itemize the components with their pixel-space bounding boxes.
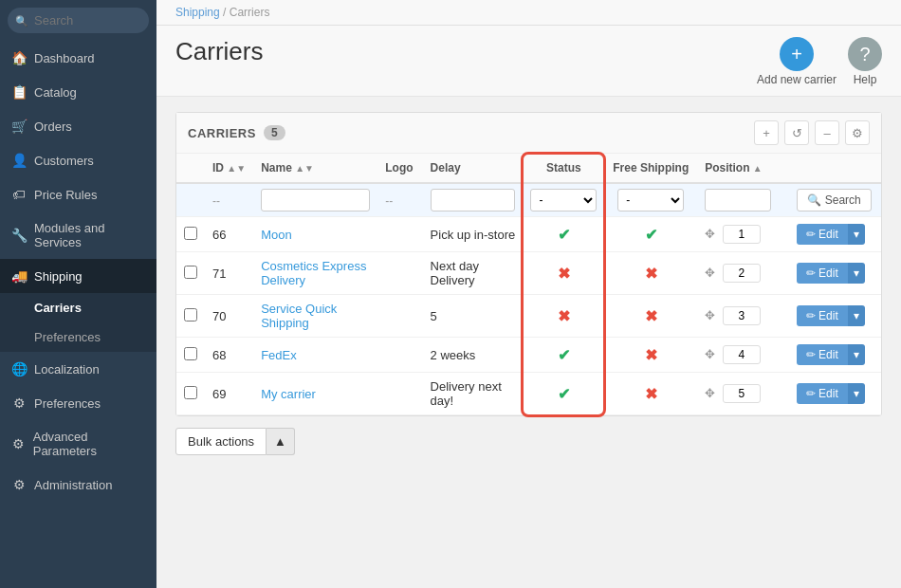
drag-handle-icon[interactable]: ✥	[705, 227, 715, 241]
id-sort-icon[interactable]: ▲▼	[227, 163, 246, 174]
carrier-link[interactable]: FedEx	[261, 348, 297, 362]
position-input[interactable]	[723, 384, 761, 403]
row-free-shipping[interactable]: ✔	[604, 217, 697, 252]
row-free-shipping[interactable]: ✖	[604, 338, 697, 373]
help-icon: ?	[848, 37, 882, 71]
edit-button[interactable]: ✏ Edit	[797, 383, 848, 404]
sidebar-item-label: Localization	[34, 362, 100, 377]
edit-button[interactable]: ✏ Edit	[797, 344, 848, 365]
sidebar-item-orders[interactable]: 🛒 Orders	[0, 109, 156, 143]
search-icon: 🔍	[807, 193, 821, 207]
name-sort-icon[interactable]: ▲▼	[295, 163, 314, 174]
position-input[interactable]	[723, 225, 761, 244]
sidebar-item-price-rules[interactable]: 🏷 Price Rules	[0, 177, 156, 211]
freeship-indicator: ✖	[645, 308, 657, 324]
row-actions: ✏ Edit ▾	[789, 217, 881, 252]
sidebar-item-catalog[interactable]: 📋 Catalog	[0, 75, 156, 109]
sidebar-item-administration[interactable]: ⚙ Administration	[0, 468, 156, 502]
bulk-actions-button[interactable]: Bulk actions	[175, 428, 267, 455]
edit-button[interactable]: ✏ Edit	[797, 224, 848, 245]
row-actions: ✏ Edit ▾	[789, 252, 881, 295]
sidebar-item-preferences[interactable]: ⚙ Preferences	[0, 386, 156, 420]
shipping-icon: 🚚	[11, 268, 27, 284]
status-indicator: ✔	[558, 386, 570, 402]
row-actions: ✏ Edit ▾	[789, 338, 881, 373]
drag-handle-icon[interactable]: ✥	[705, 266, 715, 280]
sidebar-search-input[interactable]	[8, 8, 149, 33]
row-position: ✥	[697, 295, 789, 338]
bulk-actions-dropdown[interactable]: ▲	[267, 428, 295, 455]
row-checkbox[interactable]	[184, 227, 197, 240]
sidebar-item-customers[interactable]: 👤 Customers	[0, 143, 156, 177]
edit-dropdown-button[interactable]: ▾	[848, 344, 865, 365]
breadcrumb-parent[interactable]: Shipping	[175, 6, 220, 19]
drag-handle-icon[interactable]: ✥	[705, 347, 715, 361]
filter-delay-input[interactable]	[431, 189, 516, 211]
status-indicator: ✔	[558, 227, 570, 243]
sidebar-item-modules[interactable]: 🔧 Modules and Services	[0, 211, 156, 259]
dashboard-icon: 🏠	[11, 50, 27, 65]
edit-dropdown-button[interactable]: ▾	[848, 263, 865, 284]
search-icon: 🔍	[15, 14, 28, 27]
freeship-indicator: ✖	[645, 386, 657, 402]
panel-refresh-button[interactable]: ↺	[784, 120, 809, 145]
panel-settings-button[interactable]: ⚙	[845, 120, 870, 145]
row-checkbox[interactable]	[184, 308, 197, 322]
edit-button[interactable]: ✏ Edit	[797, 305, 848, 326]
position-input[interactable]	[723, 264, 761, 283]
row-status[interactable]: ✔	[523, 373, 604, 415]
th-actions	[789, 154, 881, 183]
sidebar: 🔍 🏠 Dashboard 📋 Catalog 🛒 Orders 👤 Custo…	[0, 0, 156, 588]
filter-status-col: - Yes No	[523, 183, 604, 217]
carrier-link[interactable]: Service Quick Shipping	[261, 302, 337, 330]
sidebar-sub-item-preferences[interactable]: Preferences	[0, 322, 156, 352]
carriers-label: CARRIERS	[188, 126, 256, 140]
add-new-carrier-button[interactable]: + Add new carrier	[757, 37, 837, 86]
row-status[interactable]: ✖	[523, 295, 604, 338]
carriers-panel-title: CARRIERS 5	[188, 125, 285, 140]
row-free-shipping[interactable]: ✖	[604, 373, 697, 415]
help-button[interactable]: ? Help	[848, 37, 882, 86]
row-checkbox[interactable]	[184, 386, 197, 399]
filter-name-input[interactable]	[261, 189, 370, 211]
filter-status-select[interactable]: - Yes No	[530, 189, 597, 211]
panel-collapse-button[interactable]: –	[815, 120, 839, 145]
th-id: ID ▲▼	[205, 154, 253, 183]
sidebar-item-dashboard[interactable]: 🏠 Dashboard	[0, 41, 156, 75]
filter-position-col	[697, 183, 789, 217]
edit-button[interactable]: ✏ Edit	[797, 263, 848, 284]
filter-search-button[interactable]: 🔍 Search	[797, 189, 872, 211]
breadcrumb-current: Carriers	[230, 6, 270, 19]
position-sort-icon[interactable]: ▲	[753, 163, 763, 174]
carrier-link[interactable]: Cosmetics Express Delivery	[261, 259, 366, 287]
position-input[interactable]	[723, 306, 761, 325]
carrier-link[interactable]: Moon	[261, 228, 292, 242]
sidebar-sub-item-carriers[interactable]: Carriers	[0, 293, 156, 322]
row-free-shipping[interactable]: ✖	[604, 295, 697, 338]
sidebar-item-localization[interactable]: 🌐 Localization	[0, 352, 156, 386]
edit-dropdown-button[interactable]: ▾	[848, 305, 865, 326]
row-checkbox[interactable]	[184, 347, 197, 360]
edit-dropdown-button[interactable]: ▾	[848, 224, 865, 245]
add-carrier-icon: +	[780, 37, 814, 71]
sidebar-item-shipping[interactable]: 🚚 Shipping	[0, 259, 156, 293]
filter-position-input[interactable]	[705, 189, 771, 211]
row-checkbox[interactable]	[184, 266, 197, 279]
sidebar-item-label: Catalog	[34, 85, 77, 100]
row-checkbox-cell	[176, 373, 205, 415]
row-status[interactable]: ✖	[523, 252, 604, 295]
sidebar-item-advanced-params[interactable]: ⚙ Advanced Parameters	[0, 420, 156, 468]
row-status[interactable]: ✔	[523, 338, 604, 373]
drag-handle-icon[interactable]: ✥	[705, 386, 715, 400]
row-free-shipping[interactable]: ✖	[604, 252, 697, 295]
row-status[interactable]: ✔	[523, 217, 604, 252]
filter-freeship-select[interactable]: - Yes No	[617, 189, 684, 211]
panel-add-button[interactable]: +	[754, 120, 779, 145]
carrier-link[interactable]: My carrier	[261, 387, 316, 401]
edit-dropdown-button[interactable]: ▾	[848, 383, 865, 404]
content-area: CARRIERS 5 + ↺ – ⚙ ID	[156, 97, 901, 588]
table-row: 66 Moon Pick up in-store ✔ ✔ ✥ ✏ Edit ▾	[176, 217, 881, 252]
row-position: ✥	[697, 252, 789, 295]
drag-handle-icon[interactable]: ✥	[705, 308, 715, 322]
position-input[interactable]	[723, 345, 761, 364]
